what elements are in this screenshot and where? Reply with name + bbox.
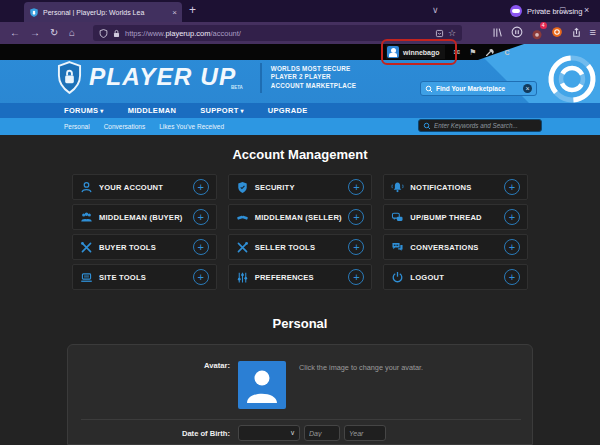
toolbar-extensions: 4 ≡ (492, 26, 596, 38)
logo-tagline: WORLDS MOST SECURE PLAYER 2 PLAYER ACCOU… (271, 65, 356, 91)
tools-icon (80, 241, 93, 254)
home-button[interactable]: ⌂ (69, 27, 75, 38)
expand-plus-button[interactable]: + (348, 209, 364, 225)
reload-button[interactable]: ↻ (50, 27, 58, 38)
power-icon (391, 271, 404, 284)
tile-your-account[interactable]: YOUR ACCOUNT + (72, 174, 217, 200)
bookmark-star-icon[interactable]: ☆ (448, 28, 456, 38)
minimize-button[interactable]: − (537, 5, 542, 15)
page-viewport: FORUMS▾ MIDDLEMAN SUPPORT▾ UPGRADE Perso… (0, 44, 600, 445)
avatar-hint: Click the image to change your avatar. (286, 361, 423, 372)
expand-plus-button[interactable]: + (504, 179, 520, 195)
annotation-highlight-box (381, 39, 457, 65)
keyword-search[interactable] (418, 119, 542, 132)
dob-year-input[interactable] (344, 425, 386, 441)
tile-security[interactable]: SECURITY + (228, 174, 373, 200)
main-nav: FORUMS▾ MIDDLEMAN SUPPORT▾ UPGRADE (0, 103, 600, 118)
extension-icon (531, 28, 543, 40)
private-browsing-label: Private browsing (527, 7, 582, 16)
laptop-icon (80, 271, 93, 284)
save-page-icon[interactable] (435, 29, 444, 38)
library-icon[interactable] (492, 27, 503, 38)
tile-buyer-tools[interactable]: BUYER TOOLS + (72, 234, 217, 260)
expand-plus-button[interactable]: + (348, 179, 364, 195)
send-to-device-icon[interactable] (571, 27, 582, 38)
search-icon (423, 122, 431, 130)
expand-plus-button[interactable]: + (193, 179, 209, 195)
tile-notifications[interactable]: NOTIFICATIONS + (383, 174, 528, 200)
nav-forums[interactable]: FORUMS▾ (64, 106, 104, 115)
tab-bar: Personal | PlayerUp: Worlds Lea × + ∨ Pr… (0, 0, 600, 22)
chat-icon (391, 241, 404, 254)
nav-upgrade[interactable]: UPGRADE (268, 106, 308, 115)
dob-month-select[interactable]: ∨ (238, 425, 300, 441)
tile-preferences[interactable]: PREFERENCES + (228, 264, 373, 290)
extension-with-badge-icon[interactable]: 4 (531, 26, 543, 38)
handshake-icon (236, 211, 249, 224)
lock-icon[interactable] (112, 29, 121, 38)
expand-plus-button[interactable]: + (504, 239, 520, 255)
tile-seller-tools[interactable]: SELLER TOOLS + (228, 234, 373, 260)
list-tabs-chevron-icon[interactable]: ∨ (432, 5, 439, 15)
orange-extension-icon[interactable] (551, 26, 563, 38)
playerup-favicon-shield-icon (29, 7, 39, 18)
tile-middleman-seller[interactable]: MIDDLEMAN (SELLER) + (228, 204, 373, 230)
marketplace-search[interactable]: × (420, 81, 537, 96)
subnav-conversations[interactable]: Conversations (104, 123, 146, 130)
expand-plus-button[interactable]: + (193, 209, 209, 225)
section-title-personal: Personal (0, 316, 600, 331)
tile-logout[interactable]: LOGOUT + (383, 264, 528, 290)
marketplace-search-input[interactable] (436, 85, 520, 92)
tools-icon (236, 241, 249, 254)
menu-icon[interactable]: ≡ (590, 27, 596, 38)
tab-close-icon[interactable]: × (172, 8, 177, 17)
keyword-search-input[interactable] (434, 122, 537, 129)
nav-middleman[interactable]: MIDDLEMAN (128, 106, 177, 115)
subnav-likes-received[interactable]: Likes You've Received (159, 123, 224, 130)
close-window-button[interactable]: × (584, 5, 589, 15)
wrench-icon[interactable] (485, 47, 495, 57)
truncated-link-label[interactable]: C (504, 49, 509, 56)
new-tab-button[interactable]: + (189, 3, 196, 17)
chevron-down-icon: ▾ (241, 108, 244, 114)
alerts-flag-icon[interactable]: ⚑ (469, 48, 476, 57)
maximize-button[interactable]: □ (560, 5, 565, 15)
private-browsing-mask-icon (510, 5, 522, 17)
tile-site-tools[interactable]: SITE TOOLS + (72, 264, 217, 290)
url-text: https://www.playerup.com/account/ (125, 29, 431, 38)
forward-button[interactable]: → (30, 27, 40, 38)
avatar-image[interactable] (238, 361, 286, 409)
tab-title: Personal | PlayerUp: Worlds Lea (43, 9, 168, 16)
group-icon (80, 211, 93, 224)
loading-spinner-icon (544, 51, 600, 107)
tracking-shield-icon[interactable] (99, 29, 108, 38)
search-icon (425, 85, 433, 93)
browser-tab[interactable]: Personal | PlayerUp: Worlds Lea × (24, 2, 182, 22)
tile-middleman-buyer[interactable]: MIDDLEMAN (BUYER) + (72, 204, 217, 230)
nav-support[interactable]: SUPPORT▾ (200, 106, 244, 115)
expand-plus-button[interactable]: + (193, 269, 209, 285)
dob-label: Date of Birth: (68, 429, 238, 438)
user-icon (80, 181, 93, 194)
logo-wordmark: PLAYER UP (89, 64, 236, 91)
expand-plus-button[interactable]: + (348, 269, 364, 285)
site-logo[interactable]: PLAYER UP BETA WORLDS MOST SECURE PLAYER… (57, 61, 356, 94)
speech-bubbles-icon (391, 211, 404, 224)
dob-day-input[interactable] (304, 425, 340, 441)
tile-up-bump-thread[interactable]: UP/BUMP THREAD + (383, 204, 528, 230)
browser-window: Personal | PlayerUp: Worlds Lea × + ∨ Pr… (0, 0, 600, 445)
expand-plus-button[interactable]: + (504, 269, 520, 285)
tile-conversations[interactable]: CONVERSATIONS + (383, 234, 528, 260)
expand-plus-button[interactable]: + (193, 239, 209, 255)
back-button[interactable]: ← (10, 27, 20, 38)
avatar-row: Avatar: Click the image to change your a… (68, 361, 534, 409)
pause-recording-icon[interactable] (511, 26, 523, 38)
subnav-personal[interactable]: Personal (64, 123, 90, 130)
expand-plus-button[interactable]: + (348, 239, 364, 255)
account-management-grid: YOUR ACCOUNT + SECURITY + NOTIFICATIONS … (72, 174, 528, 290)
dob-row: Date of Birth: ∨ (68, 425, 534, 441)
bell-icon (391, 181, 404, 194)
avatar-person-icon (238, 361, 286, 409)
clear-search-icon[interactable]: × (523, 84, 532, 93)
expand-plus-button[interactable]: + (504, 209, 520, 225)
